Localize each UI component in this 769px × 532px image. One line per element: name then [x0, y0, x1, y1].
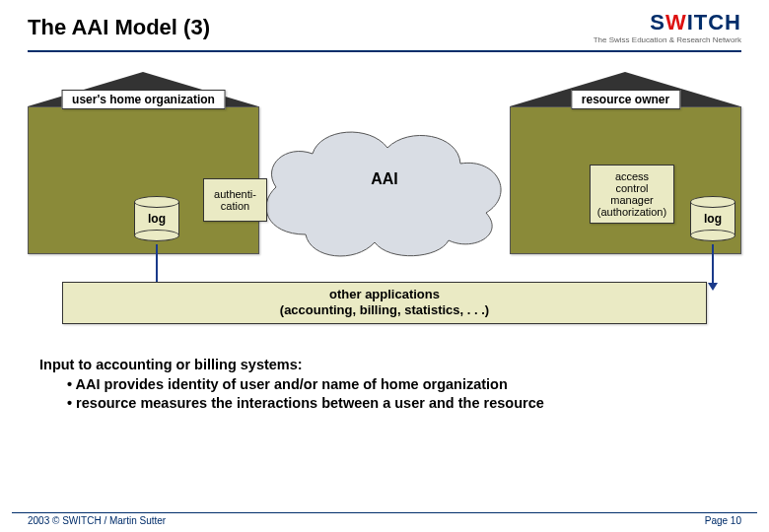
authentication-box: authenti- cation [203, 178, 267, 222]
arrow-left-log-to-apps [156, 244, 158, 284]
aai-cloud: AAI [251, 116, 518, 264]
user-home-org-label: user's home organization [61, 90, 226, 109]
body-text: Input to accounting or billing systems: … [39, 356, 730, 414]
body-heading: Input to accounting or billing systems: [39, 356, 730, 375]
bullet-1: • AAI provides identity of user and/or n… [67, 375, 730, 395]
bullet-2: • resource measures the interactions bet… [67, 394, 730, 414]
resource-owner-label: resource owner [571, 90, 680, 109]
log-cylinder-left: log [134, 196, 179, 241]
aai-diagram: user's home organization resource owner … [28, 72, 741, 328]
logo-tagline: The Swiss Education & Research Network [594, 35, 741, 44]
footer-left: 2003 © SWITCH / Martin Sutter [28, 515, 166, 526]
access-control-manager-box: access control manager (authorization) [590, 165, 674, 224]
aai-label: AAI [371, 170, 398, 188]
switch-logo: SWITCH The Swiss Education & Research Ne… [594, 10, 741, 44]
other-applications-box: other applications (accounting, billing,… [62, 282, 707, 324]
header-rule [28, 50, 741, 52]
slide-title: The AAI Model (3) [28, 15, 210, 40]
footer-right: Page 10 [705, 515, 741, 526]
log-cylinder-right: log [690, 196, 735, 241]
arrow-right-log-to-apps [712, 244, 714, 284]
